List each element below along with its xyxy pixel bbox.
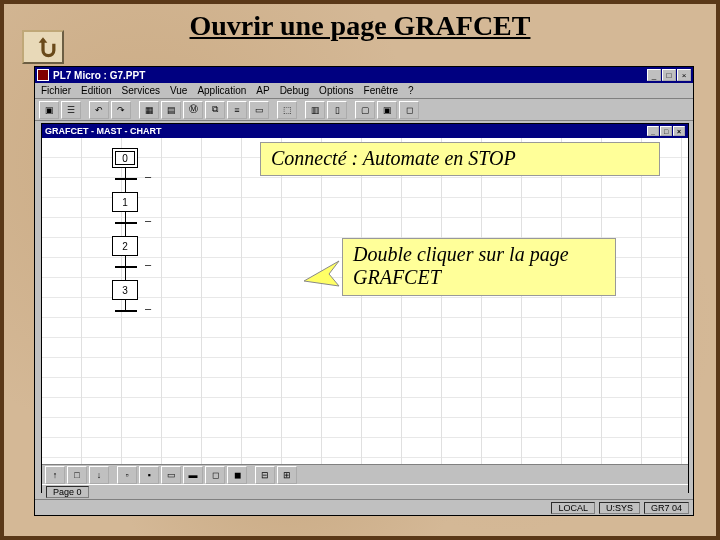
menu-edition[interactable]: Edition	[81, 85, 112, 96]
sub-close-button[interactable]: ×	[673, 126, 685, 136]
tool-d-icon[interactable]: ▥	[305, 101, 325, 119]
sub-minimize-button[interactable]: _	[647, 126, 659, 136]
gtool-f-icon[interactable]: ◼	[227, 466, 247, 484]
callout-hint: Double cliquer sur la page GRAFCET	[342, 238, 616, 296]
u-turn-icon	[30, 36, 56, 58]
gtool-up-icon[interactable]: ↑	[45, 466, 65, 484]
arrow-icon	[289, 256, 349, 296]
grafcet-transition[interactable]	[115, 310, 137, 312]
grafcet-toolbar: ↑ □ ↓ ▫ ▪ ▭ ▬ ◻ ◼ ⊟ ⊞	[42, 464, 688, 484]
status-mode: LOCAL	[551, 502, 595, 514]
status-mem: GR7 04	[644, 502, 689, 514]
status-page: Page 0	[46, 486, 89, 498]
grafcet-transition[interactable]	[115, 266, 137, 268]
menu-debug[interactable]: Debug	[280, 85, 309, 96]
tool-e-icon[interactable]: ▯	[327, 101, 347, 119]
gtool-g-icon[interactable]: ⊟	[255, 466, 275, 484]
app-icon	[37, 69, 49, 81]
status-sys: U:SYS	[599, 502, 640, 514]
menu-fenetre[interactable]: Fenêtre	[364, 85, 398, 96]
tool-f-icon[interactable]: ▢	[355, 101, 375, 119]
tool-find-icon[interactable]: Ⓜ	[183, 101, 203, 119]
menu-services[interactable]: Services	[122, 85, 160, 96]
sub-title: GRAFCET - MAST - CHART	[45, 126, 162, 136]
titlebar: PL7 Micro : G7.PPT _ □ ×	[35, 67, 693, 83]
tool-c-icon[interactable]: ⬚	[277, 101, 297, 119]
menu-fichier[interactable]: Fichier	[41, 85, 71, 96]
main-toolbar: ▣ ☰ ↶ ↷ ▦ ▤ Ⓜ ⧉ ≡ ▭ ⬚ ▥ ▯ ▢ ▣ ◻	[35, 99, 693, 121]
callout-status: Connecté : Automate en STOP	[260, 142, 660, 176]
grafcet-transition[interactable]	[115, 222, 137, 224]
gtool-a-icon[interactable]: ▫	[117, 466, 137, 484]
grafcet-step-0[interactable]: 0	[112, 148, 138, 168]
menu-options[interactable]: Options	[319, 85, 353, 96]
grafcet-step-3[interactable]: 3	[112, 280, 138, 300]
tool-h-icon[interactable]: ◻	[399, 101, 419, 119]
grafcet-subwindow[interactable]: GRAFCET - MAST - CHART _ □ × 0 1 2 3	[41, 123, 689, 493]
app-statusbar: LOCAL U:SYS GR7 04	[35, 499, 693, 515]
tool-zoom-icon[interactable]: ⧉	[205, 101, 225, 119]
grafcet-transition[interactable]	[115, 178, 137, 180]
gtool-d-icon[interactable]: ▬	[183, 466, 203, 484]
tool-new-icon[interactable]: ▣	[39, 101, 59, 119]
sub-titlebar: GRAFCET - MAST - CHART _ □ ×	[42, 124, 688, 138]
tool-grid-icon[interactable]: ▦	[139, 101, 159, 119]
menu-application[interactable]: Application	[197, 85, 246, 96]
grafcet-step-2[interactable]: 2	[112, 236, 138, 256]
menu-vue[interactable]: Vue	[170, 85, 187, 96]
tool-a-icon[interactable]: ≡	[227, 101, 247, 119]
close-button[interactable]: ×	[677, 69, 691, 81]
grafcet-chart: 0 1 2 3	[82, 148, 138, 312]
menu-ap[interactable]: AP	[256, 85, 269, 96]
gtool-e-icon[interactable]: ◻	[205, 466, 225, 484]
menubar: Fichier Edition Services Vue Application…	[35, 83, 693, 99]
window-title: PL7 Micro : G7.PPT	[53, 70, 647, 81]
gtool-c-icon[interactable]: ▭	[161, 466, 181, 484]
tool-b-icon[interactable]: ▭	[249, 101, 269, 119]
tool-redo-icon[interactable]: ↷	[111, 101, 131, 119]
sub-statusbar: Page 0	[42, 484, 688, 498]
gtool-down-icon[interactable]: ↓	[89, 466, 109, 484]
menu-help[interactable]: ?	[408, 85, 414, 96]
slide-title: Ouvrir une page GRAFCET	[4, 10, 716, 42]
grafcet-canvas[interactable]: 0 1 2 3	[42, 138, 688, 464]
gtool-h-icon[interactable]: ⊞	[277, 466, 297, 484]
tool-table-icon[interactable]: ▤	[161, 101, 181, 119]
maximize-button[interactable]: □	[662, 69, 676, 81]
minimize-button[interactable]: _	[647, 69, 661, 81]
gtool-box-icon[interactable]: □	[67, 466, 87, 484]
home-button[interactable]	[22, 30, 64, 64]
tool-open-icon[interactable]: ☰	[61, 101, 81, 119]
grafcet-step-1[interactable]: 1	[112, 192, 138, 212]
tool-undo-icon[interactable]: ↶	[89, 101, 109, 119]
tool-g-icon[interactable]: ▣	[377, 101, 397, 119]
gtool-b-icon[interactable]: ▪	[139, 466, 159, 484]
sub-maximize-button[interactable]: □	[660, 126, 672, 136]
